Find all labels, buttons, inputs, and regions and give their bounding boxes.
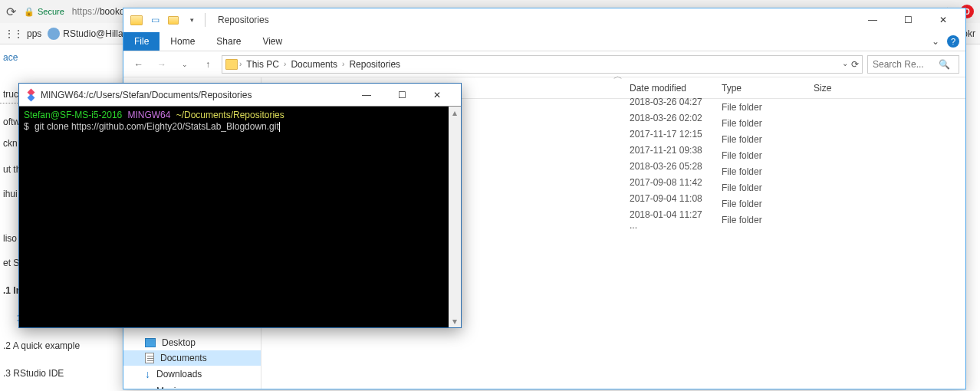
refresh-icon[interactable]: ⟳ <box>851 59 859 70</box>
window-controls: — ☐ ✕ <box>855 9 961 31</box>
tab-view[interactable]: View <box>252 32 293 51</box>
qat-dropdown-icon[interactable]: ▾ <box>183 12 200 28</box>
close-button[interactable]: ✕ <box>419 84 455 106</box>
forward-button[interactable]: → <box>153 55 171 74</box>
explorer-navbar: ← → ⌄ ↑ › This PC › Documents › Reposito… <box>123 51 965 77</box>
maximize-button[interactable]: ☐ <box>890 9 926 31</box>
ribbon-expand-icon[interactable]: ⌄ <box>932 36 939 47</box>
chevron-right-icon[interactable]: › <box>284 60 286 68</box>
folder-icon[interactable] <box>128 12 145 28</box>
tab-home[interactable]: Home <box>159 32 206 51</box>
cursor <box>279 122 280 132</box>
apps-label: pps <box>27 28 41 39</box>
downloads-icon: ↓ <box>145 368 150 380</box>
sidebar-item-music[interactable]: ♪ Music <box>123 383 261 389</box>
minimize-button[interactable]: — <box>855 9 890 31</box>
address-dropdown-icon[interactable]: ⌄ <box>842 59 848 70</box>
prompt-env: MINGW64 <box>127 110 170 120</box>
chevron-right-icon[interactable]: › <box>239 60 242 68</box>
prompt-path: ~/Documents/Repositories <box>176 110 284 120</box>
new-folder-icon[interactable] <box>165 12 182 28</box>
search-input[interactable] <box>873 59 934 70</box>
tab-file[interactable]: File <box>123 32 159 51</box>
sidebar-item-downloads[interactable]: ↓ Downloads <box>123 366 261 383</box>
mingw-terminal-window: MINGW64:/c/Users/Stefan/Documents/Reposi… <box>18 83 462 328</box>
rstudio-icon <box>48 28 60 40</box>
ribbon-tabs: File Home Share View ⌄ ? <box>123 31 965 51</box>
apps-icon: ⋮⋮ <box>5 28 23 39</box>
address-bar[interactable]: › This PC › Documents › Repositories ⌄ ⟳ <box>222 55 863 74</box>
up-button[interactable]: ↑ <box>199 55 217 74</box>
music-icon: ♪ <box>145 385 150 389</box>
secure-indicator: 🔒 Secure <box>24 7 64 17</box>
sidebar-label: Documents <box>160 353 207 363</box>
secure-label: Secure <box>38 7 64 16</box>
bookmark-rstudio[interactable]: RStudio@Hillary <box>48 28 130 40</box>
prompt-user: Stefan@SF-MS-i5-2016 <box>24 110 122 120</box>
apps-shortcut[interactable]: ⋮⋮ pps <box>5 28 41 39</box>
minimize-button[interactable]: — <box>349 84 384 106</box>
nav-link[interactable]: .2 A quick example <box>0 337 123 354</box>
mingw-icon <box>25 90 36 100</box>
close-button[interactable]: ✕ <box>926 9 961 31</box>
explorer-titlebar[interactable]: ▭ ▾ Repositories — ☐ ✕ <box>123 8 965 31</box>
sidebar-item-documents[interactable]: Documents <box>123 350 261 366</box>
desktop-icon <box>145 338 156 347</box>
window-controls: — ☐ ✕ <box>349 84 455 106</box>
breadcrumb-segment[interactable]: Documents <box>288 59 340 70</box>
nav-link[interactable]: ace <box>0 49 123 66</box>
sidebar-item-desktop[interactable]: Desktop <box>123 335 261 350</box>
properties-icon[interactable]: ▭ <box>146 12 163 28</box>
documents-icon <box>145 353 154 363</box>
breadcrumb-segment[interactable]: Repositories <box>346 59 403 70</box>
column-date[interactable]: Date modified <box>622 83 714 94</box>
nav-link[interactable]: .3 RStudio IDE <box>0 365 123 382</box>
back-button[interactable]: ← <box>130 55 148 74</box>
sidebar-label: Music <box>156 386 180 389</box>
help-icon[interactable]: ? <box>947 35 959 48</box>
scroll-down-icon[interactable]: ▾ <box>449 315 461 327</box>
terminal-title: MINGW64:/c/Users/Stefan/Documents/Reposi… <box>41 90 252 100</box>
tab-share[interactable]: Share <box>206 32 252 51</box>
terminal-body[interactable]: Stefan@SF-MS-i5-2016 MINGW64 ~/Documents… <box>19 107 461 327</box>
scroll-up-icon[interactable]: ▴ <box>449 107 461 119</box>
sidebar-label: Downloads <box>156 369 202 380</box>
terminal-scrollbar[interactable]: ▴ ▾ <box>449 107 461 327</box>
folder-icon <box>225 59 238 70</box>
chevron-right-icon[interactable]: › <box>342 60 344 68</box>
maximize-button[interactable]: ☐ <box>384 84 419 106</box>
quick-access-toolbar: ▭ ▾ <box>128 12 209 28</box>
bookmark-label: RStudio@Hillary <box>63 28 130 39</box>
command-text: git clone https://github.com/Eighty20/St… <box>35 121 279 132</box>
column-type[interactable]: Type <box>714 83 806 94</box>
prompt-dollar: $ <box>24 121 29 132</box>
sidebar-label: Desktop <box>162 337 196 348</box>
separator <box>205 13 206 27</box>
recent-dropdown-icon[interactable]: ⌄ <box>176 55 194 74</box>
column-size[interactable]: Size <box>806 83 867 94</box>
breadcrumb-segment[interactable]: This PC <box>243 59 282 70</box>
terminal-titlebar[interactable]: MINGW64:/c/Users/Stefan/Documents/Reposi… <box>19 84 461 107</box>
window-title: Repositories <box>218 15 269 25</box>
url-prefix: https:// <box>72 6 100 17</box>
lock-icon: 🔒 <box>24 7 35 17</box>
reload-icon[interactable]: ⟳ <box>6 5 16 19</box>
search-box[interactable]: 🔍 <box>867 55 959 74</box>
search-icon[interactable]: 🔍 <box>939 59 950 70</box>
